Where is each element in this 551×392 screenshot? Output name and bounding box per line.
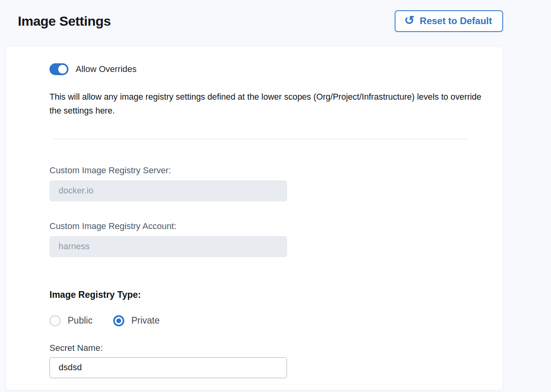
toggle-knob bbox=[58, 65, 67, 74]
allow-overrides-toggle[interactable] bbox=[49, 63, 68, 75]
registry-type-label: Image Registry Type: bbox=[49, 290, 484, 300]
overrides-description: This will allow any image registry setti… bbox=[49, 90, 484, 118]
registry-account-input bbox=[49, 236, 287, 257]
registry-server-field: Custom Image Registry Server: bbox=[49, 165, 484, 201]
radio-public-circle[interactable] bbox=[49, 315, 61, 326]
secret-name-label: Secret Name: bbox=[49, 343, 484, 353]
page-header: Image Settings ↺ Reset to Default bbox=[0, 0, 551, 32]
registry-server-input bbox=[49, 180, 287, 201]
page-title: Image Settings bbox=[18, 13, 111, 29]
image-settings-card: Allow Overrides This will allow any imag… bbox=[6, 46, 503, 390]
registry-server-label: Custom Image Registry Server: bbox=[49, 165, 484, 176]
radio-option-private[interactable]: Private bbox=[113, 315, 160, 326]
allow-overrides-row: Allow Overrides bbox=[49, 63, 484, 75]
registry-type-options: Public Private bbox=[49, 315, 484, 326]
registry-account-field: Custom Image Registry Account: bbox=[49, 221, 484, 257]
secret-name-input[interactable] bbox=[49, 357, 287, 378]
reset-icon: ↺ bbox=[404, 14, 414, 27]
section-divider bbox=[53, 139, 468, 139]
radio-option-public[interactable]: Public bbox=[49, 315, 93, 326]
reset-to-default-button[interactable]: ↺ Reset to Default bbox=[395, 10, 503, 32]
radio-private-label: Private bbox=[131, 315, 160, 326]
reset-button-label: Reset to Default bbox=[420, 15, 492, 27]
secret-name-field: Secret Name: bbox=[49, 343, 484, 378]
radio-private-circle[interactable] bbox=[113, 315, 124, 326]
radio-public-label: Public bbox=[68, 315, 93, 326]
allow-overrides-label: Allow Overrides bbox=[76, 64, 137, 74]
registry-account-label: Custom Image Registry Account: bbox=[49, 221, 484, 231]
